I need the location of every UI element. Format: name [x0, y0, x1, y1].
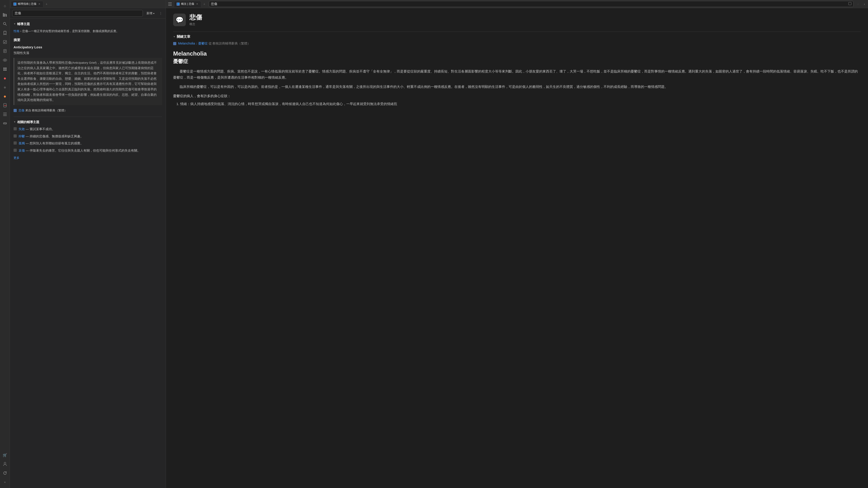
- related-item-link-3[interactable]: 哀傷: [19, 149, 25, 152]
- more-link[interactable]: 更多: [13, 156, 20, 160]
- nav-forward-button[interactable]: ›: [862, 1, 867, 7]
- source-link-anchor[interactable]: 悲傷: [19, 109, 24, 112]
- library-icon[interactable]: [1, 11, 9, 19]
- dark-indicator: ●: [1, 83, 9, 91]
- right-search-clear-icon[interactable]: [848, 2, 851, 6]
- article-link-anchor[interactable]: Melancholia：憂鬱症: [178, 41, 209, 45]
- svg-rect-12: [3, 68, 5, 69]
- right-divider-1: [173, 32, 861, 32]
- eye-icon[interactable]: [1, 56, 9, 64]
- tasks-icon[interactable]: [1, 38, 9, 46]
- key-articles-label: 關鍵文章: [177, 35, 190, 39]
- left-search-wrap[interactable]: [12, 10, 143, 17]
- related-item-text-3: 哀傷 — 伴隨著失去的痛苦。它往往與失去親人有關，但也可能與任何形式的失去有關。: [19, 148, 141, 153]
- panes-container: 📘 輔導指南 | 悲傷 ✕ + 新增 ▾ ⋮: [10, 0, 868, 488]
- related-item-2: 孤獨 — 想與別人有所聯結但卻有孤立的感覺。: [13, 141, 162, 146]
- home-icon[interactable]: ⌂: [1, 2, 9, 10]
- new-button-label: 新增: [147, 11, 152, 15]
- search-icon[interactable]: [1, 20, 9, 28]
- right-tab-bar: 📘 概況 | 悲傷 ✕ + ‹ ›: [166, 0, 868, 8]
- related-item-desc-0: — 嘗試某事不成功。: [26, 127, 55, 131]
- svg-rect-14: [3, 69, 5, 71]
- article-title-zh: 憂鬱症: [173, 58, 861, 65]
- right-search-input[interactable]: [211, 2, 847, 6]
- main-area: 📘 輔導指南 | 悲傷 ✕ + 新增 ▾ ⋮: [10, 0, 868, 488]
- source-from-text: 來自 教牧諮商輔導辭典（繁體）: [25, 109, 67, 112]
- article-link-text: Melancholia：憂鬱症 從 教牧諮商輔導辭典（繁體）: [178, 41, 251, 46]
- right-tab-new[interactable]: +: [202, 1, 207, 7]
- right-search-bar[interactable]: [209, 1, 854, 7]
- pdf-icon[interactable]: PDF: [1, 101, 9, 109]
- bookmark-icon[interactable]: [1, 29, 9, 37]
- svg-rect-24: [168, 5, 172, 6]
- concept-header: 💬 悲傷 概念: [173, 13, 861, 26]
- source-link: 悲傷 來自 教牧諮商輔導辭典（繁體）: [13, 108, 162, 113]
- svg-rect-20: [3, 116, 7, 116]
- related-section-header: ▼ 相關的輔導主題: [13, 120, 162, 125]
- related-item-0: 失敗 — 嘗試某事不成功。: [13, 127, 162, 132]
- left-search-bar: 新增 ▾ ⋮: [10, 8, 166, 19]
- related-item-desc-1: — 持續的悲傷感、無價值感和缺乏興趣。: [26, 135, 84, 138]
- notes-icon[interactable]: [1, 47, 9, 55]
- left-search-input[interactable]: [15, 11, 141, 15]
- left-tab-active[interactable]: 📘 輔導指南 | 悲傷 ✕: [11, 1, 43, 7]
- summary-title: 摘要: [13, 37, 162, 43]
- related-item-link-2[interactable]: 孤獨: [19, 142, 25, 145]
- svg-rect-22: [168, 2, 172, 3]
- article-list-header: 憂鬱症的病人，會有許多的身心症狀：: [173, 93, 861, 99]
- breadcrumb-link[interactable]: 性格: [13, 29, 20, 33]
- key-articles-header: ▼ 關鍵文章: [173, 35, 861, 39]
- related-item-link-1[interactable]: 抑鬱: [19, 135, 25, 138]
- svg-line-4: [5, 24, 6, 26]
- expand-icon[interactable]: »: [1, 478, 9, 486]
- related-collapse-arrow[interactable]: ▼: [13, 120, 16, 124]
- list-icon[interactable]: [1, 110, 9, 119]
- anticipatory-title-zh: 預期性失落: [13, 51, 162, 55]
- svg-rect-1: [4, 13, 5, 17]
- concept-title-area: 悲傷 概念: [189, 13, 202, 26]
- new-button-arrow: ▾: [153, 12, 154, 15]
- article-list-item-0: 1. 情緒：病人持續地感受到低落、消沈的心情，時常想哭或獨自落淚，有時候連病人自…: [173, 101, 861, 107]
- grid-icon[interactable]: [1, 65, 9, 73]
- key-articles-collapse[interactable]: ▼: [173, 35, 176, 38]
- svg-text:PDF: PDF: [4, 105, 7, 106]
- article-body: 憂鬱症是一種情感方面的問題、疾病。當然也不是說，一有心情低落的情況就等於患了憂鬱…: [173, 68, 861, 107]
- related-item-3: 哀傷 — 伴隨著失去的痛苦。它往往與失去親人有關，但也可能與任何形式的失去有關。: [13, 148, 162, 153]
- related-item-icon-3: [13, 149, 17, 152]
- anticipatory-body: 這些預期的失落會為人帶來預期性悲傷(Anticipatory Grief)，這些…: [13, 58, 162, 105]
- source-link-text[interactable]: 悲傷 來自 教牧諮商輔導辭典（繁體）: [19, 108, 67, 113]
- related-section-label: 相關的輔導主題: [17, 120, 39, 125]
- related-item-desc-3: — 伴隨著失去的痛苦。它往往與失去親人有關，但也可能與任何形式的失去有關。: [26, 149, 141, 152]
- related-item-1: 抑鬱 — 持續的悲傷感、無價值感和缺乏興趣。: [13, 134, 162, 139]
- article-para-0: 憂鬱症是一種情感方面的問題、疾病。當然也不是說，一有心情低落的情況就等於患了憂鬱…: [173, 68, 861, 80]
- right-tab-active[interactable]: 📘 概況 | 悲傷 ✕: [174, 1, 201, 7]
- left-tab-new[interactable]: +: [44, 1, 49, 7]
- key-articles-section: ▼ 關鍵文章 Melancholia：憂鬱症 從 教牧諮商輔導辭典（繁體）: [173, 35, 861, 46]
- right-tab-icon: 📘: [177, 2, 180, 6]
- svg-rect-18: [3, 113, 7, 113]
- new-button[interactable]: 新增 ▾: [145, 10, 156, 16]
- left-tab-bar: 📘 輔導指南 | 悲傷 ✕ +: [10, 0, 166, 8]
- collapse-arrow-icon[interactable]: ▼: [13, 22, 16, 26]
- cart-icon[interactable]: 🛒: [1, 451, 9, 459]
- nav-back-button[interactable]: ‹: [855, 1, 861, 7]
- related-item-desc-2: — 想與別人有所聯結但卻有孤立的感覺。: [26, 142, 84, 145]
- refresh-icon[interactable]: [1, 469, 9, 477]
- svg-rect-0: [3, 13, 4, 17]
- hamburger-button[interactable]: [167, 1, 173, 7]
- right-tab-label: 概況 | 悲傷: [181, 2, 194, 6]
- related-item-icon-1: [13, 134, 17, 138]
- red-indicator: ●: [1, 74, 9, 82]
- link-icon[interactable]: [1, 119, 9, 127]
- related-item-icon-2: [13, 141, 17, 144]
- svg-rect-25: [848, 2, 851, 5]
- more-button[interactable]: ⋮: [158, 11, 163, 16]
- left-tab-close[interactable]: ✕: [38, 2, 41, 6]
- left-tab-icon: 📘: [13, 2, 17, 6]
- person-icon[interactable]: [1, 460, 9, 468]
- related-item-link-0[interactable]: 失敗: [19, 127, 25, 131]
- svg-rect-2: [6, 14, 7, 17]
- anticipatory-title-en: Anticipatory Loss: [13, 44, 162, 50]
- right-tab-close[interactable]: ✕: [195, 2, 199, 6]
- left-tab-label: 輔導指南 | 悲傷: [18, 2, 36, 6]
